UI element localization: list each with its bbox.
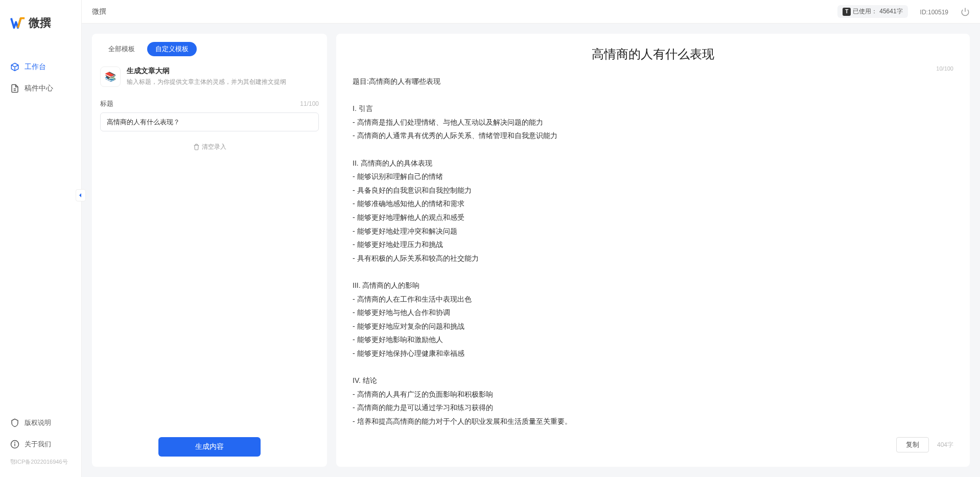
sidebar-collapse-button[interactable]: [76, 189, 86, 201]
main-nav: 工作台 稿件中心: [0, 41, 81, 412]
nav-label: 稿件中心: [25, 84, 53, 93]
trash-icon: [193, 144, 200, 150]
nav-item-copyright[interactable]: 版权说明: [0, 412, 81, 434]
id-label: ID:: [920, 9, 928, 16]
word-count: 404字: [937, 441, 953, 449]
clear-label: 清空录入: [202, 143, 226, 151]
generate-button[interactable]: 生成内容: [158, 437, 261, 457]
usage-badge[interactable]: T 已使用： 45641字: [837, 5, 907, 18]
usage-value: 45641字: [879, 7, 902, 16]
title-input[interactable]: [100, 112, 319, 131]
content: 全部模板 自定义模板 📚 生成文章大纲 输入标题，为你提供文章主体的灵感，并为其…: [82, 24, 980, 477]
template-tabs: 全部模板 自定义模板: [92, 34, 327, 60]
logo-icon: [10, 15, 26, 31]
doc-footer: 复制 404字: [353, 431, 953, 452]
main: 微撰 T 已使用： 45641字 ID:100519 全部模板 自定义模板: [82, 0, 980, 477]
chevron-left-icon: [78, 193, 83, 198]
sidebar: 微撰 工作台 稿件中心 版权说明 关于我们 鄂ICP备2022016946号: [0, 0, 82, 477]
title-char-count: 11/100: [300, 100, 319, 107]
logo: 微撰: [0, 0, 81, 41]
document-icon: [10, 84, 19, 93]
template-card: 📚 生成文章大纲 输入标题，为你提供文章主体的灵感，并为其创建推文提纲: [92, 60, 327, 95]
nav-item-about[interactable]: 关于我们: [0, 434, 81, 455]
doc-title-count: 10/100: [936, 65, 953, 72]
doc-title[interactable]: 高情商的人有什么表现: [592, 46, 714, 62]
topbar: 微撰 T 已使用： 45641字 ID:100519: [82, 0, 980, 24]
logo-text: 微撰: [29, 15, 51, 31]
template-desc: 输入标题，为你提供文章主体的灵感，并为其创建推文提纲: [127, 78, 286, 86]
nav-label: 版权说明: [25, 418, 51, 427]
template-icon: 📚: [100, 66, 121, 87]
copy-button[interactable]: 复制: [896, 437, 929, 452]
output-panel: 高情商的人有什么表现 10/100 题目:高情商的人有哪些表现 I. 引言 - …: [336, 34, 970, 467]
nav-item-drafts[interactable]: 稿件中心: [0, 78, 81, 99]
info-icon: [10, 440, 19, 449]
nav-label: 工作台: [25, 62, 46, 72]
tab-custom-templates[interactable]: 自定义模板: [147, 42, 197, 56]
power-icon[interactable]: [961, 7, 970, 16]
sidebar-bottom: 版权说明 关于我们 鄂ICP备2022016946号: [0, 412, 81, 477]
id-value: 100519: [928, 9, 948, 16]
title-label: 标题: [100, 99, 113, 108]
svg-point-2: [15, 442, 15, 443]
usage-prefix: 已使用：: [853, 7, 877, 16]
doc-body[interactable]: 题目:高情商的人有哪些表现 I. 引言 - 高情商是指人们处理情绪、与他人互动以…: [353, 75, 953, 431]
template-info: 生成文章大纲 输入标题，为你提供文章主体的灵感，并为其创建推文提纲: [127, 66, 286, 87]
breadcrumb: 微撰: [92, 7, 106, 16]
template-title: 生成文章大纲: [127, 66, 286, 76]
shield-icon: [10, 418, 19, 427]
doc-header: 高情商的人有什么表现 10/100: [353, 46, 953, 62]
tab-all-templates[interactable]: 全部模板: [100, 42, 143, 56]
nav-item-workspace[interactable]: 工作台: [0, 56, 81, 78]
nav-label: 关于我们: [25, 440, 51, 449]
user-id: ID:100519: [920, 7, 948, 16]
topbar-right: T 已使用： 45641字 ID:100519: [837, 5, 970, 18]
clear-input-button[interactable]: 清空录入: [100, 143, 319, 151]
form-area: 标题 11/100 清空录入: [92, 95, 327, 155]
cube-icon: [10, 62, 19, 72]
text-count-icon: T: [843, 8, 851, 16]
icp-text: 鄂ICP备2022016946号: [0, 455, 81, 472]
input-panel: 全部模板 自定义模板 📚 生成文章大纲 输入标题，为你提供文章主体的灵感，并为其…: [92, 34, 327, 467]
